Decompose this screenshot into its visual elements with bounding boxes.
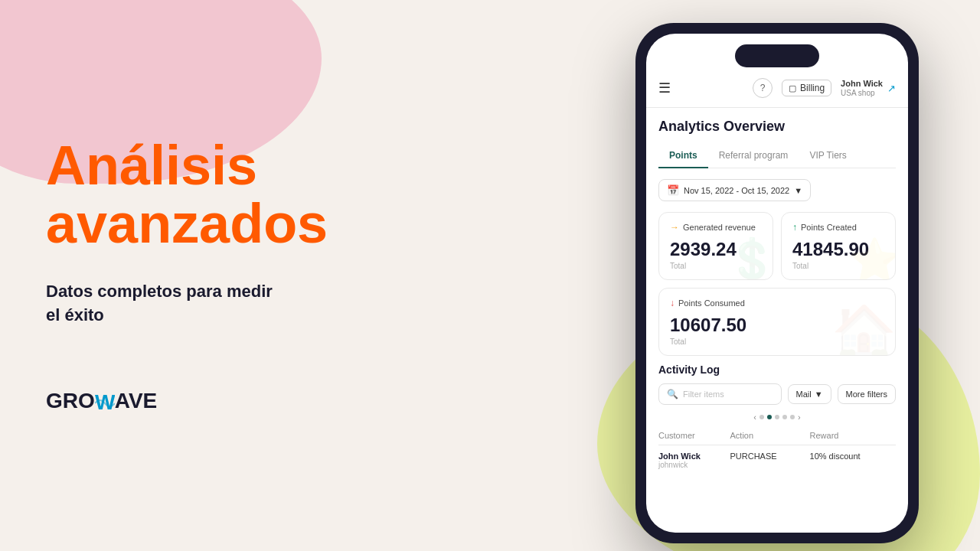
tab-referral[interactable]: Referral program <box>708 144 799 168</box>
page-title: Analytics Overview <box>658 119 896 135</box>
logo-gro: GRO <box>46 389 95 413</box>
stat-label-revenue: → Generated revenue <box>670 222 762 233</box>
filters-row: 🔍 Filter items Mail ▼ More filters <box>658 383 896 405</box>
billing-icon: ▢ <box>789 83 796 93</box>
stat-label-points-created: ↑ Points Created <box>792 222 884 233</box>
date-range-picker[interactable]: 📅 Nov 15, 2022 - Oct 15, 2022 ▼ <box>658 179 811 201</box>
pagination-dot-1[interactable] <box>760 415 764 419</box>
help-icon[interactable]: ? <box>753 78 773 98</box>
more-filters-button[interactable]: More filters <box>838 384 896 404</box>
table-cell-reward: 10% discount <box>810 445 896 476</box>
logo-w: W <box>95 389 115 414</box>
col-header-customer: Customer <box>658 428 730 445</box>
arrow-side-icon: → <box>670 222 679 233</box>
calendar-icon: 📅 <box>667 184 679 196</box>
stat-bg-icon-points-created: ⭐ <box>848 236 896 280</box>
col-header-action: Action <box>730 428 810 445</box>
growave-logo: GRO W AVE <box>46 389 475 414</box>
pagination-dot-4[interactable] <box>782 415 787 419</box>
search-input[interactable]: 🔍 Filter items <box>658 383 782 405</box>
table-row: John Wick johnwick PURCHASE 10% discount <box>658 445 896 476</box>
phone-outer: ☰ ? ▢ Billing John Wick USA shop ↗ <box>635 23 919 543</box>
stats-grid: → Generated revenue 2939.24 Total 💲 ↑ Po… <box>658 212 896 356</box>
chevron-down-icon: ▼ <box>794 186 802 195</box>
pagination-dots: ‹ › <box>658 412 896 422</box>
external-link-icon[interactable]: ↗ <box>887 83 896 94</box>
user-info: John Wick USA shop ↗ <box>841 79 896 97</box>
phone-mockup: ☰ ? ▢ Billing John Wick USA shop ↗ <box>635 23 919 543</box>
activity-log-title: Activity Log <box>658 364 896 376</box>
search-icon: 🔍 <box>667 389 678 399</box>
svg-text:W: W <box>95 391 115 412</box>
stat-card-points-created: ↑ Points Created 41845.90 Total ⭐ <box>781 212 896 280</box>
left-section: Análisis avanzados Datos completos para … <box>46 0 475 551</box>
activity-log-section: Activity Log 🔍 Filter items Mail ▼ More … <box>658 364 896 475</box>
billing-button[interactable]: ▢ Billing <box>782 80 831 96</box>
logo-ave: AVE <box>115 389 158 413</box>
filter-chevron-icon: ▼ <box>815 390 823 399</box>
table-cell-action: PURCHASE <box>730 445 810 476</box>
dynamic-island <box>735 44 819 67</box>
customer-email: johnwick <box>658 461 730 469</box>
app-content: Analytics Overview Points Referral progr… <box>646 108 908 533</box>
user-shop: USA shop <box>841 89 883 97</box>
pagination-prev[interactable]: ‹ <box>753 412 756 422</box>
stat-bg-icon-points-consumed: 🏠 <box>831 302 896 356</box>
pagination-dot-2[interactable] <box>767 415 772 419</box>
subtext: Datos completos para medir el éxito <box>46 280 475 328</box>
tab-points[interactable]: Points <box>658 144 708 168</box>
arrow-up-icon: ↑ <box>792 222 797 233</box>
header-right: ? ▢ Billing John Wick USA shop ↗ <box>753 78 896 98</box>
arrow-down-icon: ↓ <box>670 298 675 308</box>
pagination-dot-5[interactable] <box>790 415 795 419</box>
stat-card-generated-revenue: → Generated revenue 2939.24 Total 💲 <box>658 212 773 280</box>
tab-vip-tiers[interactable]: VIP Tiers <box>799 144 857 168</box>
activity-table: Customer Action Reward <box>658 428 896 475</box>
user-name: John Wick <box>841 79 883 89</box>
pagination-next[interactable]: › <box>798 412 801 422</box>
customer-name: John Wick <box>658 452 730 461</box>
pagination-dot-3[interactable] <box>775 415 779 419</box>
user-details: John Wick USA shop <box>841 79 883 97</box>
stat-bg-icon-revenue: 💲 <box>726 236 773 280</box>
phone-screen: ☰ ? ▢ Billing John Wick USA shop ↗ <box>646 34 908 533</box>
tabs-bar: Points Referral program VIP Tiers <box>658 144 896 168</box>
col-header-reward: Reward <box>810 428 896 445</box>
hamburger-icon[interactable]: ☰ <box>658 80 671 96</box>
table-cell-customer: John Wick johnwick <box>658 445 730 476</box>
headline: Análisis avanzados <box>46 137 475 253</box>
stat-card-points-consumed: ↓ Points Consumed 10607.50 Total 🏠 <box>658 288 896 356</box>
mail-filter-button[interactable]: Mail ▼ <box>788 384 831 404</box>
